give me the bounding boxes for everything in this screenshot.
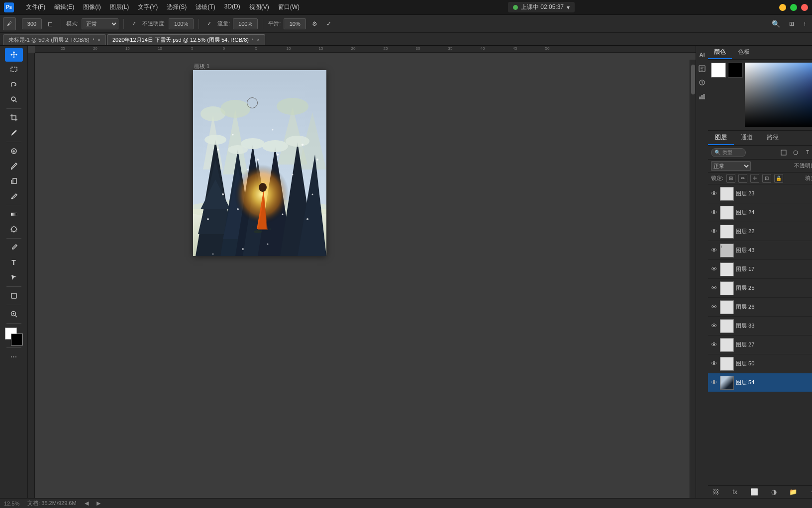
tab-snowday[interactable]: 2020年12月14日 下雪天.psd @ 12.5% (图层 54, RGB/… [107,34,265,45]
window-minimize-button[interactable] [779,4,786,11]
layer-group-btn[interactable]: 📁 [789,488,798,497]
status-indicator[interactable]: 上课中 02:05:37 ▾ [508,2,575,12]
smooth-settings-btn[interactable]: ⚙ [309,19,320,29]
layer-item-23[interactable]: 👁 图层 23 [708,184,812,203]
color-swatch[interactable] [5,328,23,345]
zoom-tool[interactable] [5,307,23,321]
layer-17-visibility[interactable]: 👁 [710,265,718,273]
paths-tab[interactable]: 路径 [760,131,786,145]
eraser-tool[interactable] [5,189,23,203]
layer-item-33[interactable]: 👁 图层 33 [708,317,812,336]
layer-text-icon-btn[interactable]: T [803,148,812,158]
layer-27-visibility[interactable]: 👁 [710,341,718,349]
clone-tool[interactable] [5,174,23,188]
layer-24-visibility[interactable]: 👁 [710,209,718,217]
layer-item-50[interactable]: 👁 图层 50 [708,354,812,373]
dodge-tool[interactable] [5,222,23,236]
menu-filter[interactable]: 滤镜(T) [192,2,219,12]
layer-50-visibility[interactable]: 👁 [710,360,718,368]
gradient-tool[interactable] [5,207,23,221]
layers-filter[interactable]: 🔍 类型 [711,148,746,157]
menu-layer[interactable]: 图层(L) [106,2,133,12]
color-gradient-picker[interactable] [745,63,812,127]
blend-mode-select[interactable]: 正常 溶解 变暗 正片叠底 [82,18,118,29]
layer-25-visibility[interactable]: 👁 [710,284,718,292]
menu-select[interactable]: 选择(S) [163,2,191,12]
crop-tool[interactable] [5,111,23,125]
layer-effects-btn[interactable]: fx [730,488,739,497]
layers-list[interactable]: 👁 图层 23 👁 图层 24 👁 图层 22 [708,184,812,485]
layer-26-visibility[interactable]: 👁 [710,303,718,311]
lock-transparent-btn[interactable]: ⊞ [726,174,735,183]
status-arrow-right[interactable]: ▶ [97,500,101,507]
swatches-tab[interactable]: 色板 [732,46,756,59]
smooth-input[interactable] [284,18,306,29]
menu-view[interactable]: 视图(V) [245,2,273,12]
opacity-input[interactable] [169,18,194,29]
pressure-btn[interactable]: ✓ [323,19,334,29]
menu-edit[interactable]: 编辑(E) [50,2,78,12]
ai-panel-btn[interactable]: AI [696,49,708,61]
pen-tool[interactable] [5,241,23,254]
brush-preset-btn[interactable]: 🖌 [3,17,16,30]
tab-untitled-close[interactable]: × [98,37,101,43]
canvas-scrollbar-v[interactable] [690,60,696,498]
flow-input[interactable] [233,18,258,29]
layer-item-25[interactable]: 👁 图层 25 [708,279,812,298]
background-square[interactable] [728,63,743,78]
lock-image-btn[interactable]: ✏ [738,174,747,183]
layer-54-visibility[interactable]: 👁 [710,379,718,387]
background-color[interactable] [11,334,23,345]
search-btn[interactable]: 🔍 [769,18,783,29]
lock-position-btn[interactable]: ✛ [750,174,759,183]
status-arrow-left[interactable]: ◀ [85,500,89,507]
window-close-button[interactable] [801,4,808,11]
layer-23-visibility[interactable]: 👁 [710,190,718,198]
layer-43-visibility[interactable]: 👁 [710,247,718,254]
layer-item-17[interactable]: 👁 图层 17 [708,260,812,279]
artboard[interactable] [193,70,326,256]
layer-item-26[interactable]: 👁 图层 26 [708,298,812,317]
color-tab[interactable]: 颜色 [708,46,732,59]
channels-tab[interactable]: 通道 [734,131,760,145]
move-tool[interactable] [5,48,23,62]
menu-image[interactable]: 图像(I) [79,2,104,12]
brush-size-input[interactable] [22,18,42,29]
window-maximize-button[interactable] [790,4,797,11]
layer-22-visibility[interactable]: 👁 [710,228,718,236]
adjust-panel-btn[interactable] [696,77,708,88]
layer-item-54[interactable]: 👁 图层 54 [708,373,812,392]
layer-item-43[interactable]: 👁 f 图层 43 [708,241,812,260]
menu-3d[interactable]: 3D(D) [220,2,244,12]
layer-type-icon-btn[interactable] [779,148,789,158]
histogram-btn[interactable] [696,90,708,102]
layer-adjustment-btn[interactable]: ◑ [769,488,778,497]
menu-type[interactable]: 文字(Y) [134,2,162,12]
healing-tool[interactable] [5,144,23,158]
arrange-btn[interactable]: ⊞ [786,19,797,29]
marquee-tool[interactable] [5,63,23,77]
lasso-tool[interactable] [5,78,23,91]
share-btn[interactable]: ↑ [800,19,809,29]
foreground-square[interactable] [711,63,726,78]
layer-item-24[interactable]: 👁 图层 24 [708,203,812,222]
shape-tool[interactable] [5,289,23,303]
layer-new-btn[interactable]: + [808,488,812,497]
brush-tool[interactable] [5,159,23,173]
eyedropper-tool[interactable] [5,126,23,140]
tab-untitled[interactable]: 未标题-1 @ 50% (图层 2, RGB/8) * × [3,34,106,45]
path-select-tool[interactable] [5,270,23,284]
layer-33-visibility[interactable]: 👁 [710,322,718,330]
more-tools-btn[interactable]: ··· [5,350,23,364]
layer-item-22[interactable]: 👁 图层 22 [708,222,812,241]
canvas-content[interactable]: 画板 1 [35,53,696,498]
quick-select-tool[interactable] [5,92,23,106]
canvas-scrollbar-v-thumb[interactable] [691,65,695,94]
layer-adjust-icon-btn[interactable] [791,148,801,158]
menu-file[interactable]: 文件(F) [22,2,49,12]
layer-mask-btn[interactable]: ⬜ [750,488,759,497]
type-tool[interactable]: T [5,255,23,269]
layer-item-27[interactable]: 👁 图层 27 [708,336,812,354]
brush-mode-toggle[interactable]: ◻ [45,19,56,29]
layer-link-btn[interactable]: ⛓ [711,488,720,497]
